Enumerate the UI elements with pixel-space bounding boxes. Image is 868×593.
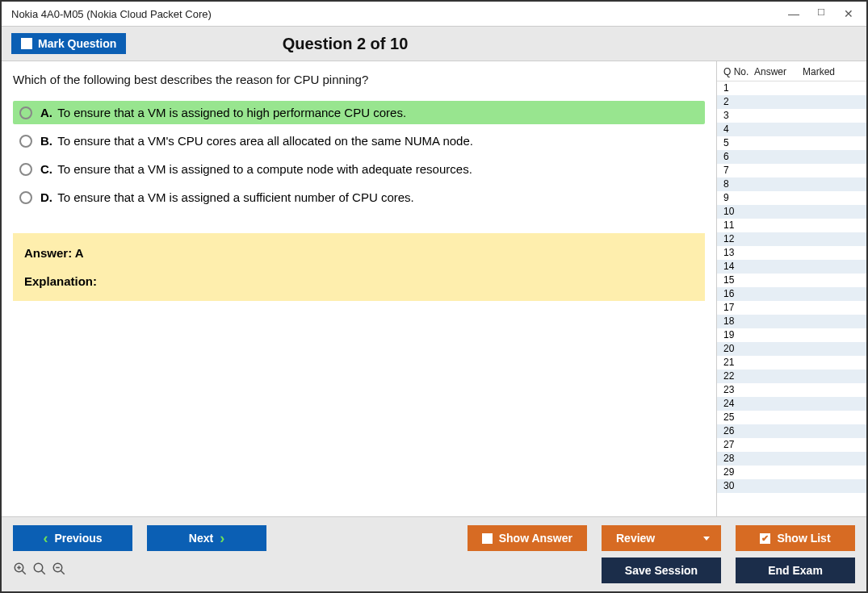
marked-cell: [803, 452, 863, 466]
qno-cell: 21: [723, 356, 754, 370]
answer-cell: [754, 219, 803, 232]
question-list-row[interactable]: 13: [717, 246, 866, 260]
marked-cell: [803, 342, 863, 356]
main-content: Which of the following best describes th…: [2, 61, 866, 516]
qno-cell: 20: [723, 342, 754, 356]
end-exam-button[interactable]: End Exam: [736, 558, 855, 583]
review-button[interactable]: Review: [602, 525, 721, 551]
question-list-row[interactable]: 7: [717, 164, 866, 177]
mark-question-button[interactable]: Mark Question: [11, 33, 126, 54]
question-pane: Which of the following best describes th…: [2, 61, 716, 516]
question-list-row[interactable]: 10: [717, 205, 866, 219]
marked-cell: [803, 136, 863, 150]
answer-cell: [754, 356, 803, 370]
radio-icon: [19, 135, 32, 148]
answer-cell: [754, 479, 803, 493]
question-list-row[interactable]: 12: [717, 232, 866, 246]
answer-cell: [754, 274, 803, 287]
question-list-row[interactable]: 16: [717, 287, 866, 301]
question-list-row[interactable]: 4: [717, 123, 866, 136]
question-list-row[interactable]: 19: [717, 328, 866, 342]
answer-cell: [754, 164, 803, 177]
answer-cell: [754, 342, 803, 356]
zoom-reset-icon[interactable]: [32, 562, 47, 580]
show-answer-button[interactable]: Show Answer: [468, 525, 587, 551]
question-list-row[interactable]: 27: [717, 438, 866, 452]
question-list-row[interactable]: 2: [717, 95, 866, 109]
question-list-row[interactable]: 21: [717, 356, 866, 370]
previous-button[interactable]: ‹ Previous: [13, 525, 132, 551]
question-list-row[interactable]: 18: [717, 315, 866, 328]
question-list-row[interactable]: 11: [717, 219, 866, 232]
question-list-row[interactable]: 5: [717, 136, 866, 150]
window-title: Nokia 4A0-M05 (Nokia Cloud Packet Core): [8, 8, 212, 20]
close-icon[interactable]: ✕: [842, 7, 855, 20]
question-list-row[interactable]: 28: [717, 452, 866, 466]
question-list-row[interactable]: 20: [717, 342, 866, 356]
qno-cell: 9: [723, 191, 754, 205]
qno-cell: 17: [723, 301, 754, 315]
marked-cell: [803, 479, 863, 493]
qno-cell: 25: [723, 411, 754, 424]
show-list-label: Show List: [777, 532, 830, 545]
zoom-in-icon[interactable]: [13, 562, 27, 580]
minimize-icon[interactable]: —: [787, 7, 800, 20]
question-list-row[interactable]: 9: [717, 191, 866, 205]
zoom-out-icon[interactable]: [52, 562, 66, 580]
option-row[interactable]: D. To ensure that a VM is assigned a suf…: [13, 186, 705, 209]
footer-row-1: ‹ Previous Next › Show Answer Review Sho…: [13, 525, 855, 551]
question-list-row[interactable]: 29: [717, 466, 866, 479]
col-qno: Q No.: [723, 66, 754, 77]
question-list-row[interactable]: 22: [717, 370, 866, 383]
title-bar: Nokia 4A0-M05 (Nokia Cloud Packet Core) …: [2, 2, 866, 26]
qno-cell: 15: [723, 274, 754, 287]
question-list-panel: Q No. Answer Marked 12345678910111213141…: [716, 61, 866, 516]
question-list-row[interactable]: 15: [717, 274, 866, 287]
maximize-icon[interactable]: ☐: [815, 7, 828, 20]
question-list-row[interactable]: 26: [717, 424, 866, 438]
marked-cell: [803, 356, 863, 370]
checkbox-icon: [482, 533, 493, 544]
option-row[interactable]: C. To ensure that a VM is assigned to a …: [13, 157, 705, 181]
question-list-row[interactable]: 24: [717, 397, 866, 411]
answer-box: Answer: A Explanation:: [13, 233, 705, 301]
question-list-row[interactable]: 17: [717, 301, 866, 315]
qno-cell: 7: [723, 164, 754, 177]
zoom-controls: [13, 562, 66, 580]
marked-cell: [803, 328, 863, 342]
option-row[interactable]: B. To ensure that a VM's CPU cores area …: [13, 129, 705, 152]
question-list-row[interactable]: 23: [717, 383, 866, 397]
qno-cell: 22: [723, 370, 754, 383]
question-list-row[interactable]: 25: [717, 411, 866, 424]
question-list-row[interactable]: 30: [717, 479, 866, 493]
marked-cell: [803, 383, 863, 397]
qno-cell: 6: [723, 150, 754, 164]
radio-icon: [19, 191, 32, 204]
col-marked: Marked: [803, 66, 863, 77]
next-button[interactable]: Next ›: [147, 525, 266, 551]
answer-cell: [754, 397, 803, 411]
marked-cell: [803, 260, 863, 274]
marked-cell: [803, 164, 863, 177]
question-list-row[interactable]: 1: [717, 81, 866, 95]
qno-cell: 12: [723, 232, 754, 246]
question-list-row[interactable]: 6: [717, 150, 866, 164]
qno-cell: 4: [723, 123, 754, 136]
qno-cell: 30: [723, 479, 754, 493]
answer-cell: [754, 123, 803, 136]
qno-cell: 29: [723, 466, 754, 479]
save-session-button[interactable]: Save Session: [602, 558, 721, 583]
answer-cell: [754, 260, 803, 274]
question-text: Which of the following best describes th…: [13, 73, 716, 86]
svg-line-1: [22, 570, 26, 574]
answer-cell: [754, 383, 803, 397]
question-list-row[interactable]: 14: [717, 260, 866, 274]
show-list-button[interactable]: Show List: [736, 525, 855, 551]
question-list-row[interactable]: 3: [717, 109, 866, 123]
previous-label: Previous: [54, 532, 102, 545]
question-list-row[interactable]: 8: [717, 177, 866, 191]
marked-cell: [803, 177, 863, 191]
option-row[interactable]: A. To ensure that a VM is assigned to hi…: [13, 101, 705, 124]
marked-cell: [803, 232, 863, 246]
question-list-body[interactable]: 1234567891011121314151617181920212223242…: [717, 81, 866, 516]
